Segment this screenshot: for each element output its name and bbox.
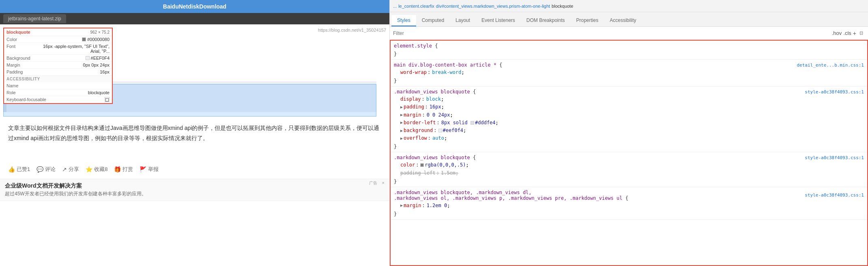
css-rule-close-element-style: } [391, 51, 867, 58]
action-collect[interactable]: ⭐ 收藏8 [86, 166, 107, 173]
css-prop-value-margin: 0 0 24px [427, 111, 450, 119]
css-prop-colon-margin-multi: : [422, 202, 425, 210]
color-swatch-rgba [420, 163, 424, 167]
devtools-breadcrumb: ... le_content.clearfix div#content_view… [390, 0, 868, 12]
hov-button[interactable]: .hov [832, 30, 842, 36]
css-property-color: color : rgba(0,0,0,.5) ; [400, 161, 864, 169]
css-property-list-markdown-multi: ▶ margin : 1.2em 0 ; [391, 202, 867, 211]
action-reward[interactable]: 🎁 打赏 [114, 166, 133, 173]
action-comment[interactable]: 💬 评论 [37, 166, 56, 173]
css-prop-value-padding-left: 1.5em [441, 169, 455, 177]
css-rule-element-style: element.style { } [391, 41, 867, 60]
expand-margin-arrow[interactable]: ▶ [400, 112, 403, 118]
ad-close-button[interactable]: × [382, 180, 385, 185]
expand-padding-arrow[interactable]: ▶ [400, 104, 403, 110]
tab-properties[interactable]: Properties [571, 15, 604, 26]
css-prop-colon-padding: : [425, 103, 428, 111]
css-prop-value-padding: 16px [430, 103, 441, 111]
expand-border-arrow[interactable]: ▶ [400, 119, 403, 126]
css-prop-name-word-wrap: word-wrap [400, 69, 427, 76]
css-rule-close-blog-content: } [391, 78, 867, 84]
cls-button[interactable]: .cls [843, 30, 851, 36]
action-like[interactable]: 👍 已赞1 [8, 166, 30, 173]
css-source-blog-content[interactable]: detail_ente...b.min.css:1 [797, 63, 864, 68]
css-property-list-markdown-blockquote-1: display : block ; ▶ padding : 16px ; ▶ m… [391, 95, 867, 144]
css-property-list-blog-content: word-wrap : break-word ; [391, 69, 867, 78]
css-prop-semi-padding: ; [441, 103, 444, 111]
css-rule-element-style-header: element.style { [391, 42, 867, 50]
css-prop-semi-border-left: ; [496, 119, 498, 127]
ad-bar: 企业级Word文档开发解决方案 超过45W开发者已经使用我们的开发库创建各种丰富… [0, 179, 389, 201]
css-rule-markdown-blockquote-1: .markdown_views blockquote { style-a0c38… [391, 87, 867, 152]
inspector-row-font: Font 16px -apple-system, "SF UI Text", A… [4, 43, 112, 55]
css-source-markdown-blockquote-1[interactable]: style-a0c38f4093.css:1 [805, 89, 864, 95]
add-rule-button[interactable]: + [853, 30, 856, 37]
css-prop-value-background: #eef0f4 [438, 127, 464, 134]
css-prop-value-border-left: 8px solid #dddfe4 [441, 119, 496, 127]
tab-event-listeners[interactable]: Event Listeners [476, 15, 521, 26]
css-property-border-left: ▶ border-left : 8px solid #dddfe4 ; [400, 119, 864, 127]
css-prop-colon-background: : [434, 127, 436, 134]
inspector-label-color: Color [6, 37, 39, 42]
filter-input[interactable] [393, 30, 829, 36]
action-share[interactable]: ↗ 分享 [62, 166, 79, 173]
collect-label: 收藏8 [94, 166, 107, 173]
inspector-header: blockquote 962 × 75.2 [4, 28, 112, 36]
css-prop-semi-margin-multi: ; [447, 202, 450, 210]
tab-layout[interactable]: Layout [450, 15, 476, 26]
inspector-overlay: blockquote 962 × 75.2 Color #00000080 Fo… [3, 28, 113, 104]
css-prop-colon-color: : [416, 161, 419, 169]
css-rule-markdown-multi-header: .markdown_views blockquote, .markdown_vi… [391, 189, 867, 202]
css-property-margin-multi: ▶ margin : 1.2em 0 ; [400, 202, 864, 210]
inspector-value-font: 16px -apple-system, "SF UI Text", Arial,… [39, 44, 110, 54]
url-bar: https://blog.csdn.net/v1_35024157 [318, 28, 386, 32]
breadcrumb-item-1[interactable]: ... [393, 4, 397, 9]
css-rule-close-markdown-blockquote-2: } [391, 179, 867, 185]
tab-computed[interactable]: Computed [416, 15, 450, 26]
expand-margin-multi-arrow[interactable]: ▶ [400, 202, 403, 209]
css-prop-colon-display: : [422, 95, 425, 103]
inspector-value-name [39, 83, 110, 88]
inspector-checkbox-keyboard: ☐ [105, 97, 110, 102]
inspector-accessibility-section: ACCESSIBILITY [4, 76, 112, 82]
css-selector-markdown-blockquote-1: .markdown_views blockquote { [394, 89, 476, 95]
expand-overflow-arrow[interactable]: ▶ [400, 135, 403, 142]
tab-item[interactable]: jetbrains-agent-latest.zip [3, 14, 66, 23]
css-prop-name-margin: margin [404, 111, 421, 119]
css-property-overflow: ▶ overflow : auto ; [400, 134, 864, 142]
inspect-button[interactable]: ⊡ [858, 30, 865, 37]
action-report[interactable]: 🚩 举报 [140, 166, 159, 173]
css-source-markdown-blockquote-2[interactable]: style-a0c38f4093.css:1 [805, 155, 864, 160]
expand-background-arrow[interactable]: ▶ [400, 128, 403, 134]
css-property-word-wrap: word-wrap : break-word ; [400, 69, 864, 76]
css-prop-semi-background: ; [463, 127, 466, 134]
css-rule-close-markdown-multi: } [391, 211, 867, 218]
inspector-value-color: #00000080 [39, 37, 110, 42]
share-icon: ↗ [62, 166, 67, 173]
breadcrumb-item-3[interactable]: div#content_views.markdown_views.prism-a… [436, 4, 550, 9]
inspector-value-margin: 0px 0px 24px [39, 63, 110, 67]
like-icon: 👍 [8, 166, 15, 173]
inspector-label-font: Font [6, 44, 39, 54]
collect-icon: ⭐ [86, 166, 92, 173]
comment-label: 评论 [45, 166, 56, 173]
css-source-markdown-multi[interactable]: style-a0c38f4093.css:1 [805, 192, 864, 198]
css-rule-blog-content-header: main div.blog-content-box article * { de… [391, 61, 867, 69]
css-prop-colon-padding-left: : [436, 169, 439, 177]
ad-desc: 超过45W开发者已经使用我们的开发库创建各种丰富多彩的应用。 [5, 190, 385, 197]
background-color-swatch [438, 129, 442, 132]
ad-label: 广告 [369, 180, 377, 186]
css-content: element.style { } main div.blog-content-… [390, 40, 868, 266]
css-prop-name-border-left: border-left [404, 119, 436, 127]
inspector-row-margin: Margin 0px 0px 24px [4, 62, 112, 69]
inspector-value-padding: 16px [39, 69, 110, 74]
tab-accessibility[interactable]: Accessibility [604, 15, 642, 26]
breadcrumb-item-2[interactable]: le_content.clearfix [398, 4, 434, 9]
inspector-row-padding: Padding 16px [4, 69, 112, 76]
css-prop-name-padding-left: padding-left [400, 169, 436, 177]
inspector-value-role: blockquote [39, 90, 110, 95]
inspector-label-name: Name [6, 83, 39, 88]
left-panel: BaiduNetdiskDownload jetbrains-agent-lat… [0, 0, 389, 266]
tab-dom-breakpoints[interactable]: DOM Breakpoints [521, 15, 571, 26]
tab-styles[interactable]: Styles [391, 15, 416, 26]
